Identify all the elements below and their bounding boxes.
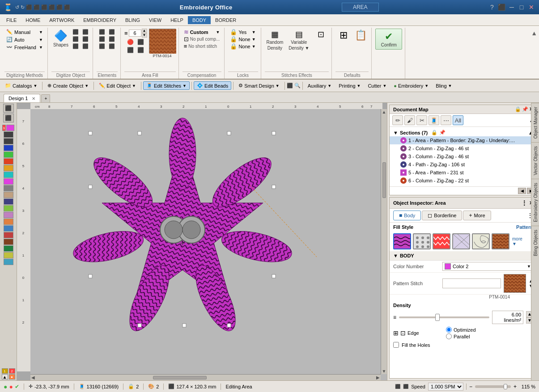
oi-tab-borderline[interactable]: ◻ Borderline (422, 211, 462, 220)
zoom-out-btn[interactable]: − (469, 384, 472, 390)
h-scroll-thumb[interactable] (153, 376, 207, 379)
side-tab-bling-objects[interactable]: Bling Objects (531, 226, 539, 260)
fill-swatch-4[interactable] (452, 233, 470, 249)
edit-obj-dropdown[interactable]: ▼ (132, 84, 136, 88)
af-btn4[interactable]: ⬛ (136, 46, 145, 54)
help-btn[interactable]: ? (488, 3, 496, 11)
menu-bling[interactable]: BLING (121, 16, 144, 24)
tree-item-5[interactable]: ● 5 - Area - Pattern - 231 st (390, 169, 537, 177)
menu-file[interactable]: FILE (2, 16, 21, 24)
color-swatch-12[interactable] (4, 198, 13, 205)
fill-swatch-2[interactable] (413, 233, 431, 249)
density-value[interactable]: 6.00 lines/m² (492, 311, 523, 324)
toolbar-bling-btn[interactable]: Bling ▼ (433, 82, 455, 90)
density-slider-thumb[interactable] (435, 314, 440, 321)
density-slider[interactable] (399, 316, 489, 318)
toolbar-catalogs-btn[interactable]: 📁 Catalogs ▼ (2, 81, 40, 90)
confirm-btn[interactable]: ✔ Confirm (375, 29, 402, 50)
dig-row3-btn[interactable]: ⬛ (71, 43, 80, 50)
dm-brush-btn[interactable]: 🖌 (404, 115, 415, 125)
stitch-down-btn[interactable]: ▼ (142, 33, 147, 38)
stitch-count-spinner[interactable]: ▲ ▼ (129, 29, 147, 38)
action-btn1[interactable]: ▲ (2, 374, 8, 379)
dm-all-btn[interactable]: All (453, 115, 463, 125)
elem-row2-btn[interactable]: ⬛ (98, 36, 106, 42)
edge-optimized-radio[interactable] (446, 327, 452, 333)
dig-auto-btn[interactable]: 🔄 Auto ▼ (4, 36, 45, 43)
menu-home[interactable]: HOME (21, 16, 45, 24)
v-scroll-thumb[interactable] (382, 162, 386, 198)
variable-density-btn[interactable]: ▤ Variable Density ▼ (287, 29, 311, 52)
menu-embroidery[interactable]: EMBROIDERY (79, 16, 121, 24)
auto-dropdown[interactable]: ▼ (39, 38, 43, 42)
action-btn2[interactable]: ● (9, 374, 15, 379)
left-tool-2[interactable]: ⬛ (3, 114, 14, 122)
minimize-btn[interactable]: ─ (508, 3, 516, 11)
dig-manual-btn[interactable]: ✏️ Manual ▼ (4, 29, 45, 35)
color-swatch-17[interactable] (4, 232, 13, 238)
maximize-btn[interactable]: □ (518, 3, 526, 11)
dig-row1-btn[interactable]: ⬛ (71, 29, 80, 35)
menu-help[interactable]: HELP (166, 16, 188, 24)
shapes-btn[interactable]: 🔷 Shapes (51, 29, 70, 49)
elem-row3-btn[interactable]: ⬛ (98, 43, 106, 50)
dig-row2-btn[interactable]: ⬛ (71, 36, 80, 42)
fill-swatch-6[interactable] (492, 233, 509, 249)
elem-col2-row1-btn[interactable]: ⬛ (107, 29, 116, 35)
dig-col2-row3-btn[interactable]: ⬛ (81, 43, 90, 50)
fill-more-btn[interactable]: more ▼ (512, 236, 522, 246)
close-btn[interactable]: ✕ (527, 3, 535, 11)
elem-col2-row2-btn[interactable]: ⬛ (107, 36, 116, 42)
defaults-btn1[interactable]: ⊞ (335, 29, 352, 42)
tree-item-6[interactable]: ● 6 - Column - Zig-Zag - 22 st (390, 177, 537, 185)
af-btn2[interactable]: ⬛ (136, 38, 145, 46)
zoom-slider[interactable] (475, 385, 511, 388)
color-swatch-4[interactable] (4, 145, 13, 151)
smart-design-dropdown[interactable]: ▼ (276, 84, 280, 88)
speed-select[interactable]: 1.000 SPM (428, 383, 463, 391)
color-swatch-10[interactable] (4, 185, 13, 191)
new-tab-btn[interactable]: + (41, 94, 50, 102)
fill-swatch-3[interactable] (433, 233, 450, 249)
toolbar-lasso-btn[interactable]: ⬛ (287, 83, 293, 89)
toolbar-edit-stitches-btn[interactable]: 🧵 Edit Stitches ▼ (143, 81, 190, 90)
dm-thread-btn[interactable]: 🧵 (429, 115, 439, 125)
toolbar-embroidery-btn[interactable]: ● Embroidery ▼ (390, 82, 432, 90)
fill-holes-checkbox[interactable] (393, 342, 399, 348)
toolbar-zoom-btn[interactable]: 🔍 (294, 83, 301, 89)
tree-nav-left-btn[interactable]: ◀ (518, 188, 526, 194)
scroll-up-btn[interactable]: ▲ (382, 109, 387, 115)
color-swatch-2[interactable] (4, 131, 13, 138)
embroidery-dropdown[interactable]: ▼ (424, 84, 429, 88)
toolbar-smart-design-btn[interactable]: ⚙ Smart Design ▼ (235, 81, 283, 90)
zoom-slider-thumb[interactable] (504, 384, 507, 389)
toolbar-auxiliary-btn[interactable]: Auxiliary ▼ (305, 82, 335, 90)
random-density-btn[interactable]: ▦ Random Density (265, 29, 285, 52)
pattern-stitch-input[interactable] (442, 278, 501, 288)
lock-none2-dropdown[interactable]: ▼ (252, 44, 256, 49)
tree-item-2[interactable]: ● 2 - Column - Zig-Zag - 46 st (390, 144, 537, 152)
color-swatch-21[interactable] (4, 259, 13, 265)
toolbar-edit-beads-btn[interactable]: 💠 Edit Beads (194, 81, 231, 90)
tree-item-4[interactable]: ● 4 - Path - Zig-Zag - 106 st (390, 160, 537, 169)
menu-body[interactable]: BODY (188, 16, 211, 24)
bling-dropdown[interactable]: ▼ (448, 84, 452, 88)
oi-tab-more[interactable]: + More (463, 211, 491, 220)
custom-dropdown[interactable]: ▼ (216, 30, 220, 34)
create-obj-dropdown[interactable]: ▼ (85, 84, 89, 88)
side-tab-embroidery-objects[interactable]: Embroidery Objects (531, 179, 539, 226)
menu-border[interactable]: BORDER (211, 16, 241, 24)
tree-section-header[interactable]: ▼ Sections (7) 🔒 📌 ▲ (390, 129, 537, 136)
color-swatch-13[interactable] (4, 205, 13, 211)
restore-btn[interactable]: ⬛ (498, 3, 506, 11)
dig-col2-row1-btn[interactable]: ⬛ (81, 29, 90, 35)
defaults-btn2[interactable]: 📋 (352, 29, 369, 42)
stitch-count-input[interactable] (129, 30, 141, 37)
tab-close-btn[interactable]: ✕ (32, 96, 35, 101)
doc-map-controls[interactable]: 🔒 📌 ✕ (515, 106, 533, 112)
canvas-area[interactable]: cm 8 7 6 5 4 3 2 1 0 1 2 3 4 5 6 7 (17, 103, 387, 380)
dig-col2-row2-btn[interactable]: ⬛ (81, 36, 90, 42)
left-tool-1[interactable]: ⬛ (3, 104, 14, 113)
tree-item-3[interactable]: ● 3 - Column - Zig-Zag - 46 st (390, 152, 537, 160)
toolbar-create-obj-btn[interactable]: ⊕ Create Object ▼ (44, 81, 92, 90)
